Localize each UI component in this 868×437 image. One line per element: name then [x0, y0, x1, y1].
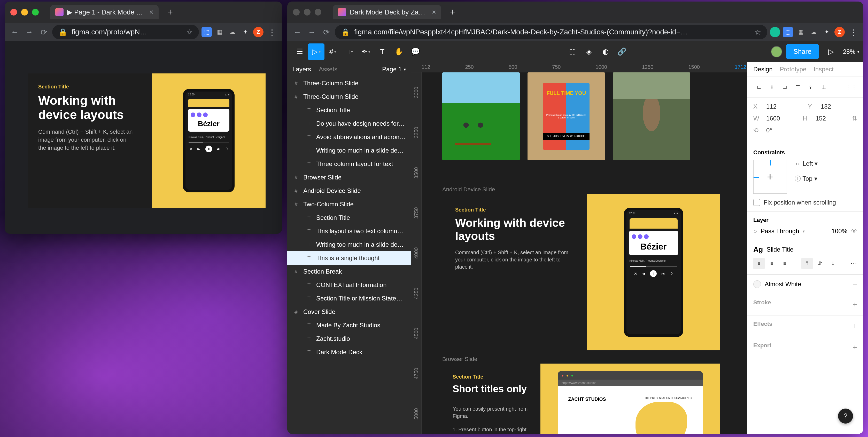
layer-row[interactable]: #Three-Column Slide [287, 90, 411, 104]
type-settings-button[interactable]: ⋯ [850, 260, 857, 268]
minimize-window-button[interactable] [21, 9, 28, 16]
reload-button[interactable]: ⟳ [320, 26, 332, 38]
pen-tool-button[interactable]: ✒▾ [358, 43, 374, 60]
text-valign-top-button[interactable]: ⤒ [801, 258, 813, 269]
component-button[interactable]: ◈ [581, 43, 597, 60]
zoom-level[interactable]: 28%▾ [843, 48, 859, 55]
add-stroke-button[interactable]: + [852, 300, 857, 309]
align-right-button[interactable]: ⊐ [779, 82, 790, 93]
back-button[interactable]: ← [291, 26, 303, 38]
reload-button[interactable]: ⟳ [38, 26, 50, 38]
ext-icon[interactable]: ▦ [214, 27, 225, 37]
book-image[interactable]: FULL TIME YOU Personal brand strategy, l… [528, 72, 605, 160]
browser-menu-icon[interactable]: ⋮ [266, 28, 278, 37]
text-align-right-button[interactable]: ≡ [779, 258, 790, 269]
comment-tool-button[interactable]: 💬 [407, 43, 424, 60]
shape-tool-button[interactable]: □▾ [341, 43, 358, 60]
extensions-icon[interactable]: ✦ [822, 27, 832, 37]
forward-button[interactable]: → [306, 26, 318, 38]
design-tab[interactable]: Design [753, 66, 773, 73]
layer-row[interactable]: TSection Title [287, 211, 411, 225]
fill-swatch[interactable] [753, 280, 761, 288]
close-tab-icon[interactable]: × [149, 8, 153, 16]
maximize-window-button[interactable] [32, 9, 39, 16]
fix-position-checkbox[interactable]: Fix position when scrolling [753, 199, 857, 206]
ext-icon[interactable]: ☁ [227, 27, 238, 37]
remove-fill-button[interactable]: − [852, 280, 857, 289]
address-bar[interactable]: 🔒 figma.com/proto/wpN… ☆ [52, 25, 199, 39]
move-tool-button[interactable]: ▷▾ [308, 43, 324, 60]
constraint-v-select[interactable]: Ⓘ Top ▾ [795, 175, 817, 183]
canvas[interactable]: 11225050075010001250150017122000 3000325… [411, 62, 747, 434]
new-tab-button[interactable]: + [167, 7, 173, 18]
layer-row[interactable]: TWriting too much in a slide de… [287, 144, 411, 157]
browser-slide-frame[interactable]: Section Title Short titles only You can … [442, 363, 720, 434]
visibility-icon[interactable]: 👁 [851, 228, 857, 235]
forward-button[interactable]: → [23, 26, 35, 38]
share-button[interactable]: Share [786, 44, 819, 59]
layer-row[interactable]: TCONTEXTual Information [287, 278, 411, 292]
browser-menu-icon[interactable]: ⋮ [847, 28, 859, 37]
assets-tab[interactable]: Assets [319, 66, 337, 73]
blend-mode-select[interactable]: Pass Through [761, 228, 799, 235]
translate-ext-icon[interactable]: ⬚ [202, 27, 212, 37]
bookmark-icon[interactable]: ☆ [186, 28, 193, 36]
ext-icon[interactable]: ▦ [796, 27, 806, 37]
text-valign-middle-button[interactable]: ⇵ [814, 258, 826, 269]
layer-row[interactable]: TWriting too much in a slide de… [287, 238, 411, 251]
edit-object-button[interactable]: ⬚ [564, 43, 581, 60]
distribute-button[interactable]: ⋮⋮ [846, 82, 857, 93]
bike-image[interactable] [442, 72, 520, 160]
extensions-icon[interactable]: ✦ [240, 27, 251, 37]
layer-row[interactable]: TThis is a single thought [287, 251, 411, 265]
deer-image[interactable] [613, 72, 690, 160]
present-button[interactable]: ▷ [823, 43, 839, 60]
layer-row[interactable]: TDark Mode Deck [287, 346, 411, 359]
hand-tool-button[interactable]: ✋ [391, 43, 407, 60]
address-bar[interactable]: 🔒 figma.com/file/wpNPespplxt44cpHfMJBAC/… [335, 25, 767, 39]
y-input[interactable]: 132 [821, 103, 857, 110]
grammarly-ext-icon[interactable] [770, 27, 780, 37]
minimize-window-button[interactable] [304, 9, 311, 16]
layer-row[interactable]: #Two-Column Slide [287, 198, 411, 211]
align-left-button[interactable]: ⊏ [753, 82, 765, 93]
translate-ext-icon[interactable]: ⬚ [783, 27, 793, 37]
layer-row[interactable]: TThree column layout for text [287, 157, 411, 171]
constraint-h-select[interactable]: ↔ Left ▾ [795, 160, 817, 167]
layer-row[interactable]: TThis layout is two text column… [287, 225, 411, 238]
fill-style-name[interactable]: Almost White [765, 281, 801, 288]
layer-row[interactable]: TAvoid abbreviations and acron… [287, 130, 411, 144]
rotation-input[interactable]: 0° [766, 127, 857, 134]
layers-tab[interactable]: Layers [292, 66, 311, 73]
page-selector[interactable]: Page 1▾ [382, 66, 406, 73]
text-align-left-button[interactable]: ≡ [753, 258, 765, 269]
close-window-button[interactable] [293, 9, 300, 16]
opacity-input[interactable]: 100% [832, 228, 847, 235]
prototype-canvas[interactable]: Section Title Working with device layout… [28, 74, 266, 208]
layer-row[interactable]: #Three-Column Slide [287, 77, 411, 90]
browser-tab[interactable]: Dark Mode Deck by Zacht Stud… × [333, 5, 441, 20]
align-top-button[interactable]: ⊤ [792, 82, 803, 93]
profile-avatar[interactable]: Z [253, 27, 264, 37]
add-export-button[interactable]: + [852, 343, 857, 352]
layer-row[interactable]: #Browser Slide [287, 171, 411, 184]
text-style-name[interactable]: Slide Title [767, 246, 793, 253]
align-vcenter-button[interactable]: ⫯ [805, 82, 816, 93]
text-valign-bottom-button[interactable]: ⤓ [827, 258, 839, 269]
ext-icon[interactable]: ☁ [809, 27, 819, 37]
prototype-tab[interactable]: Prototype [780, 66, 807, 73]
add-effect-button[interactable]: + [852, 322, 857, 330]
layer-row[interactable]: TSection Title or Mission State… [287, 292, 411, 305]
layer-row[interactable]: ◈Cover Slide [287, 305, 411, 319]
text-tool-button[interactable]: T [374, 43, 391, 60]
link-button[interactable]: 🔗 [614, 43, 630, 60]
help-button[interactable]: ? [838, 409, 853, 424]
layer-row[interactable]: TDo you have design needs for… [287, 117, 411, 130]
android-slide-frame[interactable]: Section Title Working with device layout… [442, 194, 720, 350]
layer-row[interactable]: #Android Device Slide [287, 184, 411, 198]
main-menu-button[interactable]: ☰ [291, 43, 308, 60]
profile-avatar[interactable]: Z [834, 27, 845, 37]
frame-label[interactable]: Android Device Slide [442, 186, 495, 193]
constrain-proportions-icon[interactable]: ⇅ [852, 115, 857, 122]
maximize-window-button[interactable] [315, 9, 321, 16]
